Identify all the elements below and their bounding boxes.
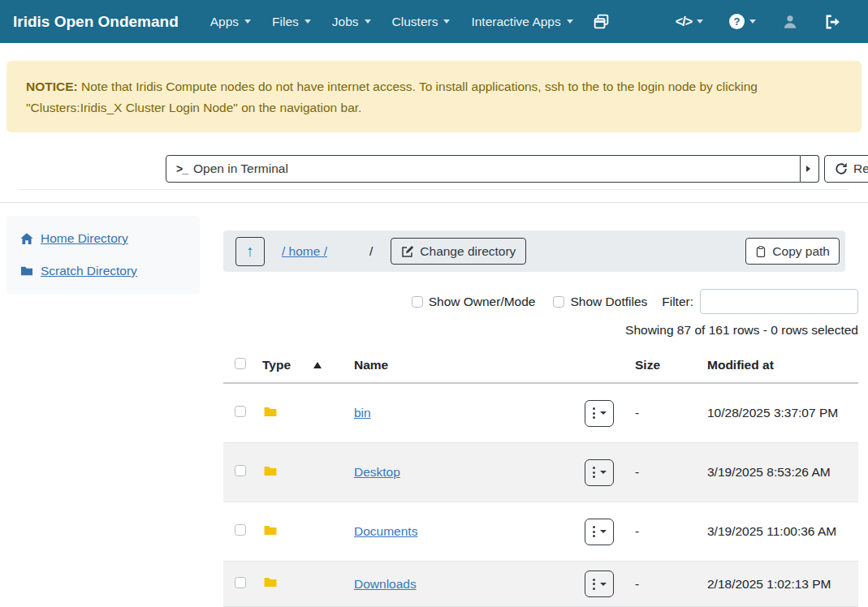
folder-icon xyxy=(262,464,279,478)
file-modified: 10/28/2025 3:37:07 PM xyxy=(707,403,847,423)
column-header-size[interactable]: Size xyxy=(635,358,707,372)
refresh-button[interactable]: Refresh xyxy=(824,155,868,183)
row-actions-menu-button[interactable] xyxy=(585,570,614,597)
show-dotfiles-checkbox[interactable] xyxy=(553,296,564,308)
nav-right-group: </> ? xyxy=(666,14,850,30)
nav-menu-jobs-label: Jobs xyxy=(332,15,359,29)
copy-path-button[interactable]: Copy path xyxy=(745,238,840,265)
file-modified: 2/18/2025 1:02:13 PM xyxy=(707,575,847,594)
open-in-terminal-label: Open in Terminal xyxy=(193,161,288,176)
filter-input[interactable] xyxy=(700,289,858,314)
row-checkbox[interactable] xyxy=(235,465,246,476)
change-directory-button[interactable]: Change directory xyxy=(391,238,526,265)
terminal-icon: >_ xyxy=(176,162,188,175)
row-actions-menu-button[interactable] xyxy=(585,459,614,486)
row-actions-menu-button[interactable] xyxy=(585,400,614,427)
table-row: Documents - 3/19/2025 11:00:36 AM xyxy=(223,502,858,562)
path-bar: ↑ / home / / Change directory Copy path xyxy=(223,230,845,272)
table-header-row: Type Name Size Modified at xyxy=(223,348,858,384)
nav-menu-jobs[interactable]: Jobs xyxy=(322,15,382,29)
table-row: Desktop - 3/19/2025 8:53:26 AM xyxy=(223,443,858,502)
top-navbar: Iridis Open Ondemand Apps Files Jobs Clu… xyxy=(0,0,868,43)
chevron-right-icon xyxy=(806,166,810,172)
sort-ascending-icon[interactable] xyxy=(313,362,322,368)
column-header-modified[interactable]: Modified at xyxy=(707,358,851,372)
kebab-icon xyxy=(593,407,595,419)
breadcrumb-separator: / xyxy=(369,244,373,259)
file-size: - xyxy=(635,465,707,480)
rows-summary: Showing 87 of 161 rows - 0 rows selected xyxy=(223,323,858,338)
file-browser-main: ↑ / home / / Change directory Copy path xyxy=(223,203,858,607)
file-name-link[interactable]: Documents xyxy=(354,524,417,538)
row-actions-menu-button[interactable] xyxy=(585,519,614,545)
user-button[interactable] xyxy=(772,14,808,30)
sidebar-item-home-directory[interactable]: Home Directory xyxy=(19,222,187,255)
notice-prefix: NOTICE: xyxy=(26,80,78,93)
help-icon: ? xyxy=(729,14,745,29)
chevron-down-icon xyxy=(365,19,371,24)
folder-icon xyxy=(262,575,279,589)
file-name-link[interactable]: Downloads xyxy=(354,577,417,591)
scratch-directory-link[interactable]: Scratch Directory xyxy=(41,264,137,278)
chevron-down-icon xyxy=(304,19,311,24)
go-up-directory-button[interactable]: ↑ xyxy=(235,237,265,266)
row-checkbox[interactable] xyxy=(235,524,246,536)
chevron-down-icon xyxy=(443,19,450,24)
file-name-link[interactable]: Desktop xyxy=(354,465,400,479)
develop-menu[interactable]: </> xyxy=(666,15,713,29)
filter-row: Show Owner/Mode Show Dotfiles Filter: xyxy=(223,289,858,314)
show-owner-mode-checkbox[interactable] xyxy=(412,296,423,308)
folder-icon xyxy=(19,265,34,278)
breadcrumb-home-link[interactable]: / home / xyxy=(282,244,327,259)
select-all-checkbox[interactable] xyxy=(235,358,246,369)
nav-menu-clusters[interactable]: Clusters xyxy=(382,15,461,29)
row-checkbox[interactable] xyxy=(235,406,246,417)
window-restore-icon xyxy=(594,14,609,29)
show-owner-mode-label[interactable]: Show Owner/Mode xyxy=(429,295,536,309)
content-area: Home Directory Scratch Directory ↑ / hom… xyxy=(0,203,868,607)
nav-menu-apps-label: Apps xyxy=(210,15,239,29)
notice-text: Note that Iridis Compute nodes do not ha… xyxy=(26,80,758,114)
kebab-icon xyxy=(593,526,595,537)
nav-menu-apps[interactable]: Apps xyxy=(200,15,261,29)
notice-banner: NOTICE: Note that Iridis Compute nodes d… xyxy=(6,61,862,132)
chevron-down-icon xyxy=(600,411,607,415)
open-in-terminal-dropdown[interactable] xyxy=(801,155,819,183)
logout-button[interactable] xyxy=(814,14,850,30)
column-header-type[interactable]: Type xyxy=(262,358,291,372)
brand-title[interactable]: Iridis Open Ondemand xyxy=(13,13,179,31)
file-size: - xyxy=(635,406,707,420)
kebab-icon xyxy=(593,579,595,590)
show-dotfiles-label[interactable]: Show Dotfiles xyxy=(570,295,647,309)
folder-icon xyxy=(262,523,279,537)
file-size: - xyxy=(635,577,707,592)
chevron-down-icon xyxy=(600,530,607,533)
column-header-name[interactable]: Name xyxy=(354,358,585,372)
pencil-square-icon xyxy=(401,245,414,258)
nav-menu-files[interactable]: Files xyxy=(261,15,322,29)
table-row: Downloads - 2/18/2025 1:02:13 PM xyxy=(223,562,858,607)
home-icon xyxy=(19,232,34,246)
row-checkbox[interactable] xyxy=(235,577,246,588)
directory-sidebar: Home Directory Scratch Directory xyxy=(6,216,200,294)
open-in-terminal-button[interactable]: >_ Open in Terminal xyxy=(166,155,801,183)
folder-icon xyxy=(262,405,279,419)
user-icon xyxy=(782,14,798,30)
logout-icon xyxy=(824,14,840,30)
nav-menu-interactive-apps[interactable]: Interactive Apps xyxy=(460,15,583,29)
file-toolbar: >_ Open in Terminal Refresh New File New… xyxy=(142,155,868,183)
chevron-down-icon xyxy=(567,19,573,24)
my-interactive-sessions-button[interactable] xyxy=(584,14,619,29)
arrow-up-icon: ↑ xyxy=(246,243,254,260)
clipboard-icon xyxy=(755,245,767,258)
chevron-down-icon xyxy=(697,19,703,24)
home-directory-link[interactable]: Home Directory xyxy=(41,231,128,246)
file-name-link[interactable]: bin xyxy=(354,406,371,420)
refresh-icon xyxy=(835,162,848,175)
code-icon: </> xyxy=(676,15,692,29)
sidebar-item-scratch-directory[interactable]: Scratch Directory xyxy=(19,255,187,287)
help-menu[interactable]: ? xyxy=(719,14,766,29)
file-modified: 3/19/2025 11:00:36 AM xyxy=(707,522,847,541)
filter-label: Filter: xyxy=(662,295,693,309)
chevron-down-icon xyxy=(749,19,756,24)
